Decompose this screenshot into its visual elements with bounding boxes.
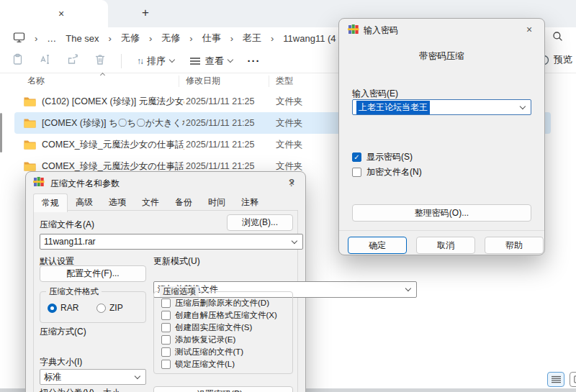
profiles-button[interactable]: 配置文件(F)... <box>40 265 146 282</box>
archive-dialog: 压缩文件名和参数 ? × 常规 高级 选项 文件 备份 时间 注释 压缩文件名(… <box>25 171 306 392</box>
ok-button[interactable]: 确定 <box>348 237 407 254</box>
column-type[interactable]: 类型 <box>276 75 293 87</box>
option-label: 压缩后删除原来的文件(D) <box>175 298 269 309</box>
column-date[interactable]: 修改日期 <box>186 75 220 87</box>
checkbox-icon <box>161 323 171 332</box>
tab-close-icon[interactable]: × <box>55 7 68 20</box>
radio-selected-icon <box>48 304 57 313</box>
sort-label: 排序 <box>147 55 166 68</box>
rename-icon[interactable] <box>39 53 52 68</box>
column-name[interactable]: 名称 <box>27 75 45 87</box>
toolbar-divider <box>121 54 122 68</box>
update-mode-label: 更新模式(U) <box>153 255 200 268</box>
checkbox-icon <box>161 347 171 357</box>
option-solid[interactable]: 创建固实压缩文件(S) <box>161 322 252 333</box>
show-password-checkbox[interactable]: ✓ 显示密码(S) <box>352 151 413 163</box>
explorer-active-tab[interactable] <box>0 0 108 27</box>
options-group: 压缩选项 压缩后删除原来的文件(D) 创建自解压格式压缩文件(X) 创建固实压缩… <box>153 291 293 374</box>
encrypt-names-checkbox[interactable]: 加密文件名(N) <box>352 166 422 178</box>
breadcrumb-item[interactable]: 仕事 <box>202 32 221 45</box>
search-icon[interactable] <box>552 31 563 45</box>
delete-icon[interactable] <box>94 53 106 68</box>
checkbox-icon <box>161 298 171 308</box>
view-button[interactable]: 查看 <box>189 55 233 68</box>
chevron-down-icon <box>292 237 297 243</box>
breadcrumb-item-current[interactable]: 11wang11 (4 <box>283 33 336 44</box>
file-type: 文件夹 <box>276 139 303 151</box>
file-date: 2025/11/11 21:25 <box>186 161 254 171</box>
file-name: [COMEX (珍绿)] ち〇ち〇が大きくなる... <box>42 117 184 129</box>
password-dialog: 输入密码 × 带密码压缩 输入密码(E) 上老王论坛当老王 ✓ 显示密码(S) … <box>338 18 545 255</box>
radio-rar[interactable]: RAR <box>48 303 78 313</box>
archive-name-label: 压缩文件名(A) <box>40 219 94 231</box>
thumbnail-view-toggle[interactable] <box>570 372 576 387</box>
close-icon[interactable]: × <box>523 23 536 36</box>
option-delete-after[interactable]: 压缩后删除原来的文件(D) <box>161 298 269 309</box>
dialog-title: 压缩文件名和参数 <box>50 178 120 190</box>
chevron-down-icon <box>520 103 526 109</box>
breadcrumb-item[interactable]: 无修 <box>161 32 180 45</box>
format-group: 压缩文件格式 RAR ZIP <box>40 291 146 323</box>
checkbox-icon <box>161 360 171 369</box>
breadcrumb-item[interactable]: The sex <box>66 33 99 44</box>
file-name: (C102) [COMEX (珍绿)] 元魔法少女の... <box>42 96 184 108</box>
split-volumes-label: 切分为分卷(V)，大小 <box>40 387 120 392</box>
option-test[interactable]: 测试压缩的文件(T) <box>161 347 243 357</box>
chevron-down-icon <box>135 373 140 378</box>
archive-name-value: 11wang11.rar <box>44 237 96 247</box>
dialog-title: 输入密码 <box>364 24 398 37</box>
chevron-down-icon <box>405 286 411 291</box>
archive-name-input[interactable]: 11wang11.rar <box>40 234 303 250</box>
file-date: 2025/11/11 21:25 <box>186 96 254 106</box>
radio-icon <box>96 304 106 313</box>
breadcrumb-separator: › <box>149 33 152 44</box>
breadcrumb-item[interactable]: 无修 <box>121 32 140 45</box>
dict-size-label: 字典大小(I) <box>40 356 82 368</box>
breadcrumb-separator: › <box>109 33 112 44</box>
list-view-toggle[interactable] <box>547 372 564 387</box>
checkbox-icon <box>352 168 361 177</box>
sort-button[interactable]: ↑↓ 排序 <box>137 55 174 68</box>
tab-general[interactable]: 常规 <box>33 193 68 212</box>
password-input[interactable]: 上老王论坛当老王 <box>352 99 531 115</box>
checkbox-icon <box>161 335 171 345</box>
option-sfx[interactable]: 创建自解压格式压缩文件(X) <box>161 310 277 321</box>
organize-passwords-button[interactable]: 整理密码(O)... <box>352 204 531 222</box>
winrar-icon <box>348 24 359 37</box>
radio-rar-label: RAR <box>60 303 78 313</box>
chevron-down-icon <box>169 57 175 63</box>
sort-ascending-icon <box>100 73 105 78</box>
close-icon[interactable]: × <box>285 176 298 189</box>
list-view-icon <box>552 375 561 383</box>
paste-icon[interactable] <box>12 53 24 68</box>
browse-button[interactable]: 浏览(B)... <box>227 214 293 231</box>
option-lock[interactable]: 锁定压缩文件(L) <box>161 359 235 370</box>
checkbox-checked-icon: ✓ <box>352 152 361 162</box>
help-button[interactable]: 帮助 <box>485 237 544 254</box>
breadcrumb-ellipsis[interactable]: … <box>47 33 56 44</box>
scrollbar-thumb[interactable] <box>0 113 2 152</box>
option-recovery[interactable]: 添加恢复记录(E) <box>161 334 235 345</box>
set-password-button[interactable]: 设置密码(P)... <box>153 386 293 392</box>
screen: × + › … The sex › 无修 › 无修 › 仕事 › 老王 › 11… <box>0 0 576 392</box>
option-label: 测试压缩的文件(T) <box>175 347 243 357</box>
format-group-label: 压缩文件格式 <box>46 286 102 297</box>
breadcrumb-item[interactable]: 老王 <box>243 32 261 45</box>
breadcrumb-separator: › <box>271 33 274 44</box>
cancel-button[interactable]: 取消 <box>416 237 475 254</box>
dialog-divider <box>339 230 544 231</box>
folder-icon <box>24 140 36 152</box>
new-tab-button[interactable]: + <box>138 5 153 21</box>
method-select[interactable]: 标准 <box>40 369 146 385</box>
option-label: 添加恢复记录(E) <box>175 334 235 345</box>
radio-zip[interactable]: ZIP <box>96 303 123 313</box>
file-name: COMEX_珍绿_元魔法少女の仕事話_青 | ... <box>42 139 184 151</box>
share-icon[interactable] <box>67 53 79 68</box>
this-pc-icon[interactable] <box>13 32 25 45</box>
column-separator[interactable] <box>269 76 269 87</box>
folder-icon <box>24 96 36 109</box>
more-options-icon[interactable]: ··· <box>248 55 261 67</box>
column-separator[interactable] <box>179 76 179 87</box>
encrypt-names-label: 加密文件名(N) <box>366 166 422 178</box>
breadcrumb-separator: › <box>230 33 233 44</box>
